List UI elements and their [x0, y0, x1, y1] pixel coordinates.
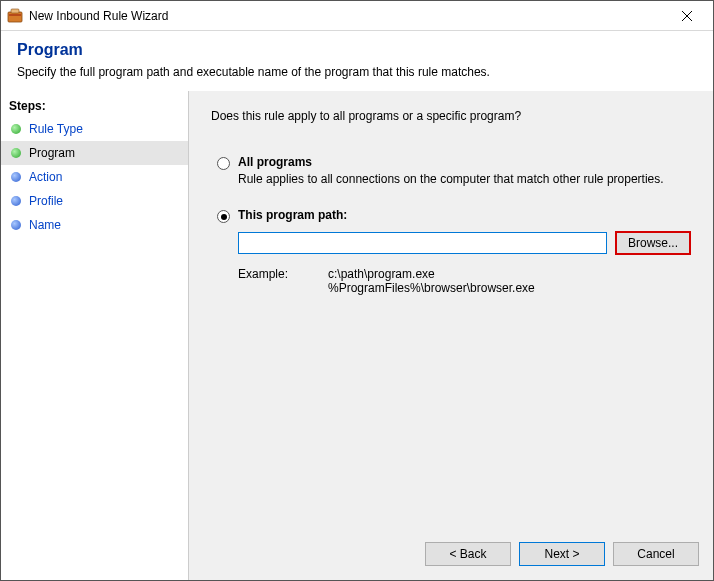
body: Steps: Rule Type Program Action Profile …	[1, 91, 713, 580]
option-all-description: Rule applies to all connections on the c…	[238, 172, 691, 186]
titlebar: New Inbound Rule Wizard	[1, 1, 713, 31]
step-action[interactable]: Action	[1, 165, 188, 189]
step-bullet-icon	[11, 220, 21, 230]
back-button[interactable]: < Back	[425, 542, 511, 566]
option-path-label: This program path:	[238, 208, 347, 222]
step-bullet-icon	[11, 172, 21, 182]
content-pane: Does this rule apply to all programs or …	[189, 91, 713, 580]
step-rule-type[interactable]: Rule Type	[1, 117, 188, 141]
program-path-row: Browse...	[238, 231, 691, 255]
step-label: Profile	[29, 194, 63, 208]
content-question: Does this rule apply to all programs or …	[211, 109, 691, 123]
cancel-button[interactable]: Cancel	[613, 542, 699, 566]
step-label: Action	[29, 170, 62, 184]
page-title: Program	[17, 41, 697, 59]
page-description: Specify the full program path and execut…	[17, 65, 697, 79]
footer-buttons: < Back Next > Cancel	[425, 542, 699, 566]
step-label: Name	[29, 218, 61, 232]
step-profile[interactable]: Profile	[1, 189, 188, 213]
steps-sidebar: Steps: Rule Type Program Action Profile …	[1, 91, 189, 580]
svg-rect-1	[9, 14, 21, 16]
next-button[interactable]: Next >	[519, 542, 605, 566]
option-all-programs[interactable]: All programs	[217, 155, 691, 170]
option-all-label: All programs	[238, 155, 312, 169]
window-title: New Inbound Rule Wizard	[29, 9, 667, 23]
browse-button[interactable]: Browse...	[615, 231, 691, 255]
example-label: Example:	[238, 267, 328, 281]
app-icon	[7, 8, 23, 24]
close-button[interactable]	[667, 2, 707, 30]
step-bullet-icon	[11, 148, 21, 158]
step-label: Rule Type	[29, 122, 83, 136]
example-row: Example: c:\path\program.exe %ProgramFil…	[238, 267, 691, 295]
svg-rect-2	[11, 9, 19, 13]
radio-this-program-path[interactable]	[217, 210, 230, 223]
wizard-window: New Inbound Rule Wizard Program Specify …	[0, 0, 714, 581]
program-path-input[interactable]	[238, 232, 607, 254]
step-bullet-icon	[11, 196, 21, 206]
header: Program Specify the full program path an…	[1, 31, 713, 91]
option-this-program-path[interactable]: This program path:	[217, 208, 691, 223]
example-values: c:\path\program.exe %ProgramFiles%\brows…	[328, 267, 535, 295]
step-name[interactable]: Name	[1, 213, 188, 237]
step-label: Program	[29, 146, 75, 160]
svg-rect-0	[8, 12, 22, 22]
step-bullet-icon	[11, 124, 21, 134]
step-program[interactable]: Program	[1, 141, 188, 165]
radio-all-programs[interactable]	[217, 157, 230, 170]
steps-label: Steps:	[1, 95, 188, 117]
